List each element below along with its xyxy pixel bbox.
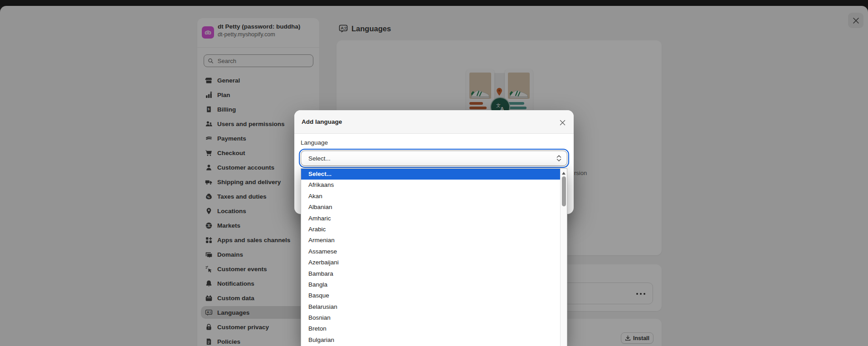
modal-title: Add language bbox=[302, 118, 342, 125]
dropdown-option[interactable]: Azerbaijani bbox=[301, 257, 567, 268]
dropdown-option[interactable]: Armenian bbox=[301, 235, 567, 246]
dropdown-option[interactable]: Arabic bbox=[301, 224, 567, 235]
language-field-label: Language bbox=[301, 139, 328, 146]
language-select-value: Select... bbox=[308, 155, 556, 162]
dropdown-option[interactable]: Bosnian bbox=[301, 312, 567, 323]
scroll-up-arrow-icon[interactable] bbox=[562, 172, 566, 175]
dropdown-option[interactable]: Assamese bbox=[301, 246, 567, 257]
dropdown-option[interactable]: Bambara bbox=[301, 268, 567, 279]
dropdown-scrollbar[interactable] bbox=[560, 169, 567, 346]
scrollbar-thumb[interactable] bbox=[562, 176, 566, 206]
dropdown-option[interactable]: Bangla bbox=[301, 279, 567, 290]
modal-close-button[interactable] bbox=[556, 117, 568, 128]
language-dropdown-options: Select...AfrikaansAkanAlbanianAmharicAra… bbox=[301, 169, 567, 346]
select-caret-icon bbox=[556, 155, 561, 162]
dropdown-option[interactable]: Afrikaans bbox=[301, 180, 567, 190]
modal-header: Add language bbox=[294, 110, 574, 134]
close-icon bbox=[560, 120, 566, 126]
language-select[interactable]: Select... bbox=[301, 151, 567, 166]
dropdown-option[interactable]: Bulgarian bbox=[301, 335, 567, 346]
dropdown-option[interactable]: Breton bbox=[301, 323, 567, 334]
dropdown-option[interactable]: Amharic bbox=[301, 213, 567, 224]
dropdown-option[interactable]: Akan bbox=[301, 191, 567, 202]
screen: db dt Petty (password: buddha) dt-petty.… bbox=[0, 0, 868, 346]
language-dropdown: Select...AfrikaansAkanAlbanianAmharicAra… bbox=[301, 168, 567, 346]
dropdown-option[interactable]: Belarusian bbox=[301, 302, 567, 312]
dropdown-option[interactable]: Albanian bbox=[301, 202, 567, 213]
dropdown-option[interactable]: Select... bbox=[301, 169, 567, 180]
dropdown-option[interactable]: Basque bbox=[301, 290, 567, 301]
